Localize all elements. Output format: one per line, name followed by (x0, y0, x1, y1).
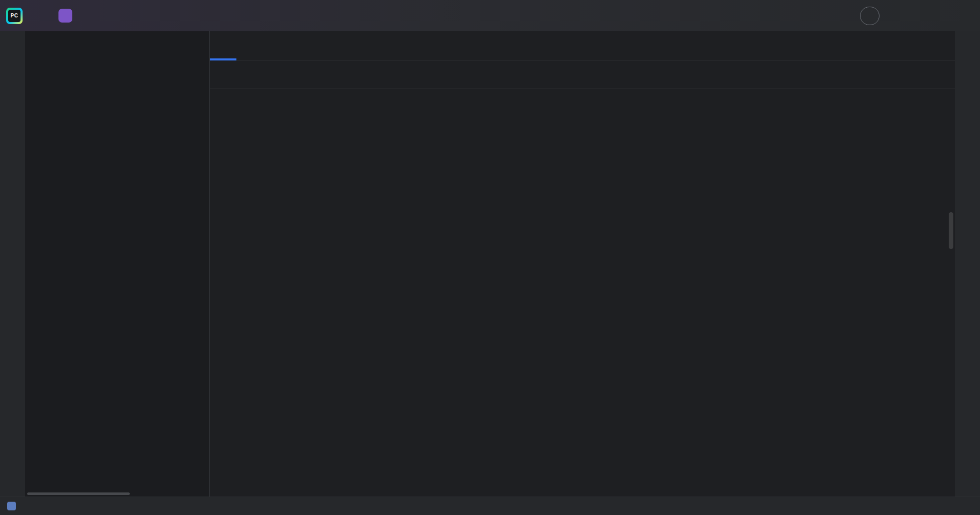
window-controls (891, 0, 980, 31)
left-tool-stripe (0, 31, 25, 497)
debug-button[interactable] (493, 6, 513, 26)
right-tool-stripe (955, 31, 980, 497)
search-options-button[interactable] (670, 67, 688, 83)
inspections-widget (893, 94, 941, 107)
unlock-pro-button[interactable] (860, 7, 879, 25)
new-line-button[interactable] (406, 67, 424, 83)
match-case-toggle[interactable] (424, 67, 441, 83)
clear-search-button[interactable] (389, 67, 406, 83)
pycharm-logo: PC (6, 8, 23, 24)
code-editor[interactable] (210, 89, 955, 497)
minimize-button[interactable] (891, 0, 921, 31)
add-user-button[interactable] (765, 6, 785, 26)
filter-search-button[interactable] (647, 67, 666, 83)
editor-tab-bar (210, 31, 955, 60)
project-tree (25, 60, 209, 64)
more-run-options-button[interactable] (516, 6, 537, 26)
project-panel-header[interactable] (25, 31, 209, 60)
breadcrumb (7, 502, 34, 510)
search-input[interactable] (237, 70, 389, 80)
title-bar: PC (0, 0, 980, 31)
project-tool-window (25, 31, 210, 497)
status-bar (0, 497, 980, 515)
previous-match-button[interactable] (602, 67, 621, 83)
words-toggle[interactable] (441, 67, 458, 83)
next-match-button[interactable] (625, 67, 643, 83)
close-search-button[interactable] (929, 67, 948, 83)
run-config-selector[interactable] (450, 6, 466, 26)
tab-requirements-txt[interactable] (236, 31, 256, 60)
search-everywhere-button[interactable] (795, 6, 816, 26)
next-problem-button[interactable] (927, 94, 941, 107)
horizontal-scrollbar[interactable] (27, 492, 130, 495)
restore-button[interactable] (921, 0, 950, 31)
project-avatar (58, 9, 72, 23)
main-menu-button[interactable] (28, 6, 48, 26)
find-bar (210, 60, 955, 89)
run-button[interactable] (469, 6, 490, 26)
settings-button[interactable] (826, 6, 847, 26)
close-button[interactable] (950, 0, 980, 31)
code-with-me-button[interactable] (734, 6, 754, 26)
project-icon (7, 502, 16, 510)
editor-area (210, 31, 955, 497)
editor-scrollbar-thumb[interactable] (949, 212, 953, 249)
tab-options-button[interactable] (933, 31, 955, 60)
regex-toggle[interactable] (458, 67, 476, 83)
previous-problem-button[interactable] (910, 94, 924, 107)
tab-run-py[interactable] (210, 31, 236, 60)
vcs-menu-button[interactable] (100, 6, 114, 26)
project-widget[interactable] (53, 6, 87, 26)
